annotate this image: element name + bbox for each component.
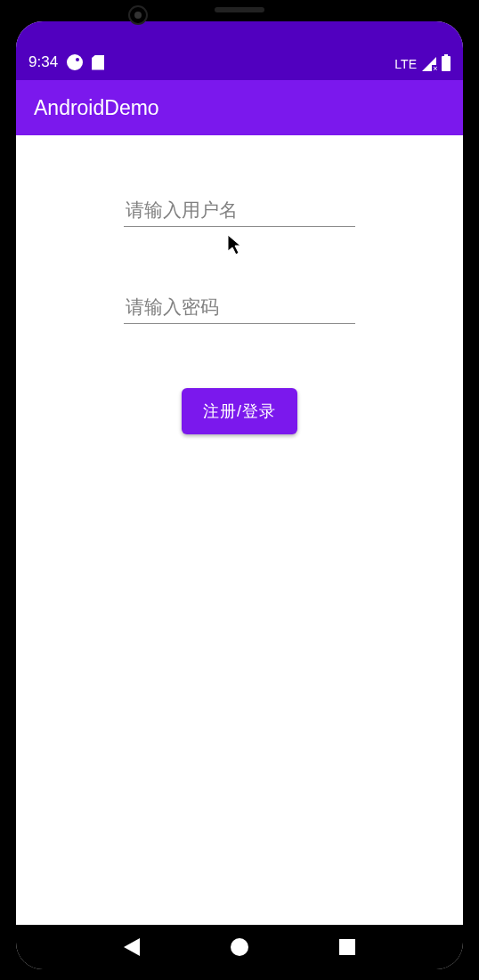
status-bar-left: 9:34 (28, 53, 104, 71)
nav-recent-button[interactable] (339, 939, 355, 955)
status-bar-right: LTE (394, 56, 451, 71)
speaker-grille (215, 7, 264, 12)
app-title: AndroidDemo (34, 96, 159, 120)
data-saver-icon (67, 54, 83, 70)
navigation-bar (16, 925, 463, 969)
battery-icon (442, 56, 451, 71)
password-input[interactable] (124, 291, 355, 324)
screen: 9:34 LTE AndroidDemo 注册/登录 (16, 21, 463, 969)
register-login-button[interactable]: 注册/登录 (182, 388, 297, 434)
nav-home-button[interactable] (231, 938, 248, 956)
network-type-label: LTE (394, 57, 417, 71)
login-form: 注册/登录 (16, 135, 463, 925)
phone-frame: 9:34 LTE AndroidDemo 注册/登录 (0, 0, 479, 980)
sd-card-icon (92, 55, 104, 70)
status-time: 9:34 (28, 53, 58, 71)
signal-icon (422, 57, 436, 71)
app-bar: AndroidDemo (16, 80, 463, 135)
camera-dot (128, 5, 148, 25)
nav-back-button[interactable] (124, 938, 140, 956)
username-input[interactable] (124, 194, 355, 227)
status-bar: 9:34 LTE (16, 21, 463, 80)
